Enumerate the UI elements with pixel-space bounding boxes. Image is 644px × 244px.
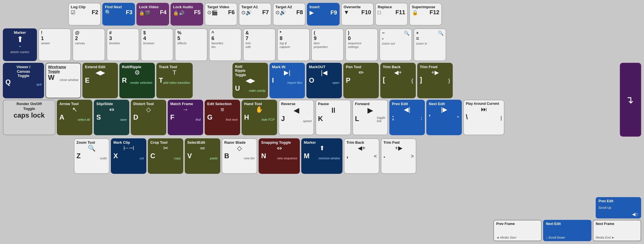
key-5[interactable]: % 5 effects	[175, 28, 207, 61]
key-6-label: favoritesbin	[211, 41, 239, 49]
match-frame-key[interactable]: Match Frame → F find	[168, 100, 203, 135]
key-3[interactable]: # 3 timeline	[107, 28, 139, 61]
key-1[interactable]: ! 1 viewer	[38, 28, 71, 61]
distort-tool-key[interactable]: Distort Tool ◇ D	[131, 100, 166, 135]
crop-tool-key[interactable]: Crop Tool ✂ C copy	[148, 138, 183, 174]
target-a1-key[interactable]: Target A1 ⊙🔊 F7	[239, 3, 271, 26]
key-minus[interactable]: − 🔍 - zoom out	[379, 28, 412, 61]
key-minus-label: zoom out	[382, 42, 410, 45]
key-6[interactable]: ^ 6 favoritesbin	[209, 28, 242, 61]
pause-key[interactable]: Pause ⏸ K	[315, 100, 351, 135]
wireframe-key[interactable]: WireframeToggle W close window	[45, 63, 81, 98]
arrow-tool-key[interactable]: Arrow Tool ↖ A select all	[57, 100, 92, 135]
target-video-key[interactable]: Target Video ⊙🎬 F6	[205, 3, 237, 26]
hand-tool-icon: ✋	[244, 106, 275, 113]
target-a2-key[interactable]: Target A2 ⊙🔊 F8	[273, 3, 306, 26]
marker2-key[interactable]: Marker ⬆ M minimize window	[301, 138, 342, 174]
lock-audio-key[interactable]: Lock Audio 🔒🔊 F5	[171, 3, 203, 26]
key-0[interactable]: ) 0 sequencesettings	[345, 28, 378, 61]
edit-selection-key[interactable]: Edit Selection ≡ G find next	[205, 100, 240, 135]
trim-back-key[interactable]: Trim Back ◀+ [ {	[380, 63, 416, 98]
viewer-canvas-key[interactable]: Viewer /CanvasToggle Q quit	[3, 63, 44, 98]
h-letter: H	[244, 113, 249, 121]
extend-edit-key[interactable]: Extend Edit ◀▶ E	[82, 63, 118, 98]
key-9[interactable]: ( 9 itemproperties	[311, 28, 344, 61]
d-letter: D	[133, 113, 138, 121]
next-frame-key[interactable]: Next Frame Media End ►	[593, 220, 641, 241]
key-minus-letter: -	[382, 36, 410, 42]
forward-key[interactable]: Forward ▶ L togglelink	[352, 100, 388, 135]
mark-in-icon: ▶|	[272, 69, 302, 76]
mark-out-icon: |◀	[309, 69, 339, 76]
key-4[interactable]: $ 4 browser	[141, 28, 173, 61]
hand-tool-key[interactable]: Hand Tool ✋ H hide FCP	[242, 100, 277, 135]
a-sublabel: select all	[78, 118, 90, 121]
trim-frwd2-key[interactable]: Trim Fwd +▶ . >	[381, 138, 416, 174]
target-a1-fn: F7	[262, 9, 269, 16]
prev-frame-key[interactable]: Prev Frame ◄ Media Start	[493, 220, 542, 241]
track-tool-icon: T	[159, 69, 190, 76]
razor-blade-key[interactable]: Razor Blade ◇ B new bin	[222, 138, 257, 174]
trim-frwd-key[interactable]: Trim Frwd +▶ ] }	[417, 63, 453, 98]
next-edit-scroll-down-key[interactable]: Next Edit ↓ Scroll Down	[543, 220, 591, 241]
key-2[interactable]: @ 2 canvas	[72, 28, 105, 61]
pause-icon: ⏸	[318, 106, 348, 115]
mark-in-key[interactable]: Mark IN ▶| I import files	[269, 63, 305, 98]
play-around-key[interactable]: Play Around Current ⏭ \ |	[463, 100, 504, 135]
row-fkeys: Log Clip ☑ F2 Find Next 🔍 F3	[3, 3, 641, 26]
zoom-tool-key[interactable]: Zoom Tool 🔍 Z undo	[74, 138, 109, 174]
slip-slide-key[interactable]: Slip/Slide ⇔ S save	[94, 100, 129, 135]
j-sublabel: speed	[303, 119, 311, 123]
lock-video-key[interactable]: Lock Video 🔒🎬 F4	[136, 3, 169, 26]
key-2-fn: @	[75, 30, 80, 36]
track-tool-key[interactable]: Track Tool T T add video transition	[156, 63, 193, 98]
arrow-tool-icon: ↖	[59, 106, 90, 113]
key-0-label: sequencesettings	[348, 41, 375, 49]
edit-selection-icon: ≡	[207, 106, 238, 113]
target-a1-label: Target A1	[241, 5, 258, 9]
select-edit-label: SelectEdit	[187, 140, 218, 145]
key-8[interactable]: * 8 log &capture	[277, 28, 310, 61]
superimpose-label: Superimpose	[412, 5, 435, 9]
prev-edit-key[interactable]: Prev Edit ◀| ; :	[389, 100, 425, 135]
insert-key[interactable]: Insert ▶ F9	[307, 3, 340, 26]
key-7[interactable]: & 7 trimedit	[243, 28, 276, 61]
select-edit-key[interactable]: SelectEdit ═ V paste	[185, 138, 220, 174]
enter-key[interactable]: ↵	[620, 63, 641, 137]
lock-audio-label: Lock Audio	[173, 5, 193, 9]
key-equal[interactable]: + 🔍 = zoom in	[414, 28, 446, 61]
marker-label: Marker	[5, 30, 34, 35]
next-edit-key[interactable]: Next Edit |▶ ' "	[426, 100, 462, 135]
marker-key[interactable]: Marker ⬆ ~ delete marker	[3, 28, 37, 61]
overwrite-key[interactable]: Overwrite ▼ F10	[341, 3, 374, 26]
reverse-key[interactable]: Reverse ◀ J speed	[279, 100, 314, 135]
replace-key[interactable]: Replace □ F11	[375, 3, 408, 26]
key-7-fn: &	[246, 30, 249, 36]
superimpose-key[interactable]: Superimpose 🔒 F12	[409, 3, 442, 26]
render-toggle-key[interactable]: Render On/OffToggle caps lock	[3, 100, 55, 135]
key-3-label: timeline	[109, 41, 137, 45]
v-letter: V	[187, 152, 192, 160]
lock-video-icon: 🔒🎬	[139, 10, 150, 16]
c-sublabel: copy	[174, 157, 181, 160]
prev-edit-scroll-up-key[interactable]: Prev Edit Scroll Up ◀|↑	[596, 197, 641, 218]
pen-tool-key[interactable]: Pen Tool ✏ P	[343, 63, 379, 98]
snapping-toggle-key[interactable]: Snapping Toggle ⇔ N new sequence	[259, 138, 300, 174]
next-edit-sd-sublabel: ↓ Scroll Down	[546, 236, 589, 239]
t-letter: T	[159, 76, 163, 84]
u-letter: U	[235, 84, 240, 92]
roll-ripple-toggle-key[interactable]: Roll/RippleToggle ◀▶ U make subclip	[232, 63, 268, 98]
caps-lock-label: caps lock	[5, 111, 53, 119]
roll-ripple-key[interactable]: Roll/Ripple ⚙ R render selection	[119, 63, 155, 98]
m-letter: M	[304, 152, 309, 160]
mark-clip-key[interactable]: Mark Clip ⊢⊣ X cut	[111, 138, 146, 174]
insert-fn: F9	[331, 9, 337, 16]
log-clip-fn: F2	[92, 9, 98, 16]
find-next-key[interactable]: Find Next 🔍 F3	[102, 3, 135, 26]
log-clip-key[interactable]: Log Clip ☑ F2	[68, 3, 101, 26]
trim-back2-key[interactable]: Trim Back ◀+ , <	[344, 138, 379, 174]
f-letter: F	[170, 113, 174, 121]
key-8-label: log &capture	[280, 41, 307, 49]
o-sublabel: open	[333, 81, 339, 84]
mark-out-key[interactable]: MarkOUT |◀ O open	[306, 63, 342, 98]
